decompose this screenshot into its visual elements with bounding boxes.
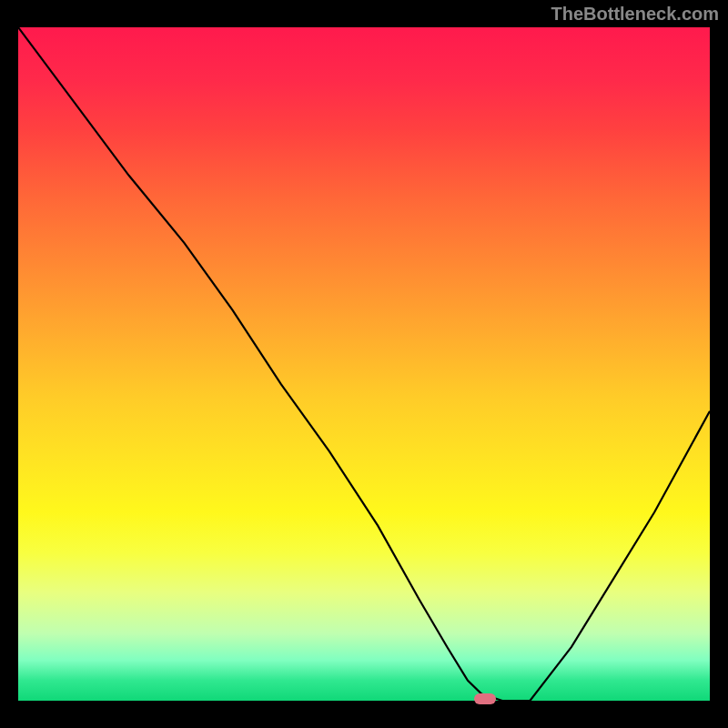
chart-plot-area [18,27,710,701]
optimal-point-marker [474,693,496,704]
bottleneck-curve [18,27,710,701]
watermark-text: TheBottleneck.com [551,4,719,25]
